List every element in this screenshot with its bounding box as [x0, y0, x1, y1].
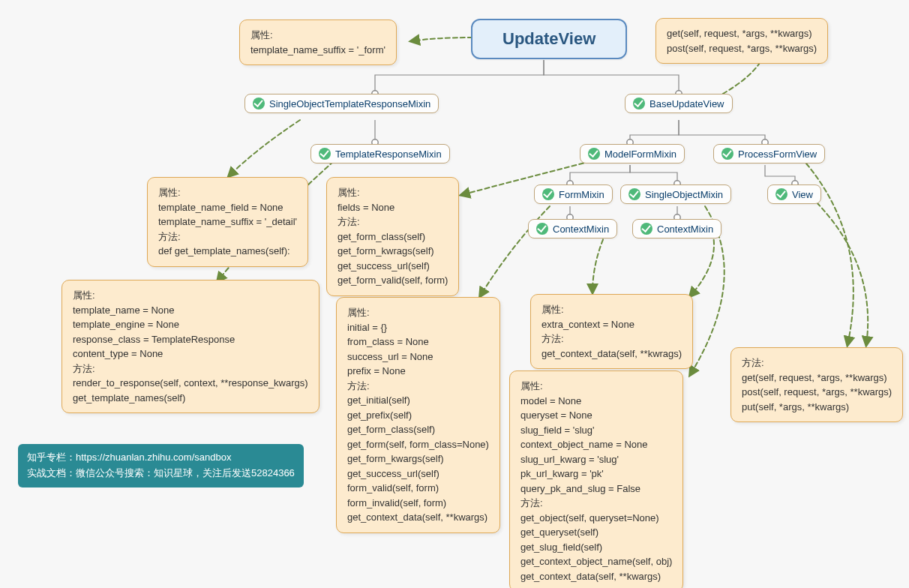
box-formmixin: 属性: initial = {} from_class = None succe…	[336, 297, 500, 533]
check-icon	[722, 148, 734, 160]
box-buv-methods: get(self, request, *args, **kwargs) post…	[656, 18, 828, 64]
class-label: TemplateResponseMixin	[335, 148, 442, 160]
class-label: SingleObjectMixin	[645, 189, 723, 200]
root-class: UpdateView	[471, 19, 627, 59]
class-label: ContextMixin	[657, 224, 713, 235]
box-root-attr: 属性: template_name_suffix = '_form'	[239, 20, 397, 65]
check-icon	[536, 223, 548, 235]
box-contextmixin: 属性: extra_context = None 方法: get_context…	[530, 294, 693, 369]
credit-box: 知乎专栏：https://zhuanlan.zhihu.com/sandbox …	[18, 444, 304, 488]
class-baseupdateview: BaseUpdateView	[625, 94, 733, 113]
class-label: ProcessFormView	[738, 148, 817, 160]
class-view: View	[767, 184, 821, 204]
class-sotrm: SingleObjectTemplateResponseMixin	[244, 94, 439, 113]
class-contextmixin-1: ContextMixin	[528, 219, 617, 238]
class-label: ModelFormMixin	[604, 148, 676, 160]
check-icon	[253, 98, 265, 110]
class-processformview: ProcessFormView	[713, 144, 825, 164]
check-icon	[776, 188, 788, 200]
check-icon	[628, 188, 640, 200]
class-label: BaseUpdateView	[650, 98, 724, 110]
check-icon	[588, 148, 600, 160]
check-icon	[542, 188, 554, 200]
box-pfv: 方法: get(self, request, *args, **kwargs) …	[730, 347, 903, 422]
class-label: View	[792, 189, 813, 200]
check-icon	[633, 98, 645, 110]
class-singleobjectmixin: SingleObjectMixin	[620, 184, 731, 204]
check-icon	[640, 223, 652, 235]
class-trm: TemplateResponseMixin	[310, 144, 450, 164]
class-label: FormMixin	[559, 189, 604, 200]
box-sotrm: 属性: template_name_field = None template_…	[147, 177, 308, 267]
class-label: SingleObjectTemplateResponseMixin	[269, 98, 430, 110]
box-mfm: 属性: fields = None 方法: get_form_class(sel…	[326, 177, 459, 296]
class-label: ContextMixin	[553, 224, 609, 235]
class-contextmixin-2: ContextMixin	[632, 219, 722, 238]
class-modelformmixin: ModelFormMixin	[580, 144, 685, 164]
box-trm: 属性: template_name = None template_engine…	[62, 280, 320, 413]
box-singleobjectmixin: 属性: model = None queryset = None slug_fi…	[509, 370, 683, 588]
class-formmixin: FormMixin	[534, 184, 613, 204]
check-icon	[319, 148, 331, 160]
